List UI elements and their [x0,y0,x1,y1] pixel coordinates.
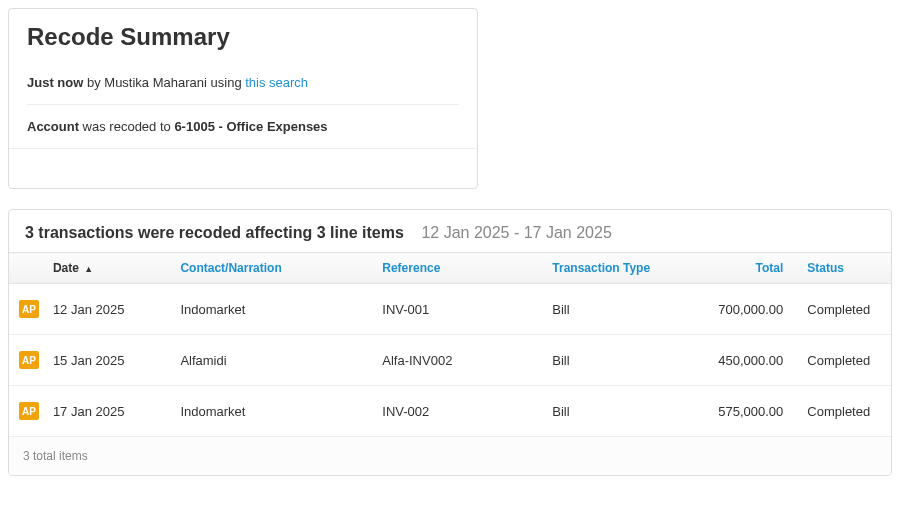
cell-total: 575,000.00 [700,386,796,437]
cell-reference: INV-002 [370,386,540,437]
table-row[interactable]: AP12 Jan 2025IndomarketINV-001Bill700,00… [9,284,891,335]
summary-recoded-mid: was recoded to [79,119,174,134]
table-row[interactable]: AP15 Jan 2025AlfamidiAlfa-INV002Bill450,… [9,335,891,386]
col-contact[interactable]: Contact/Narration [168,253,370,284]
summary-when: Just now [27,75,83,90]
cell-type: Bill [540,335,699,386]
summary-using: using [207,75,245,90]
col-type[interactable]: Transaction Type [540,253,699,284]
sort-asc-icon: ▲ [84,264,93,274]
cell-status: Completed [795,284,891,335]
transactions-panel: 3 transactions were recoded affecting 3 … [8,209,892,476]
transactions-count: 3 transactions were recoded affecting 3 … [25,224,404,241]
summary-search-link[interactable]: this search [245,75,308,90]
cell-date: 17 Jan 2025 [41,386,169,437]
col-date[interactable]: Date ▲ [41,253,169,284]
summary-recoded-to: 6-1005 - Office Expenses [174,119,327,134]
cell-reference: Alfa-INV002 [370,335,540,386]
table-footer: 3 total items [9,437,891,476]
summary-account-label: Account [27,119,79,134]
cell-contact: Indomarket [168,284,370,335]
cell-total: 700,000.00 [700,284,796,335]
ap-badge-icon: AP [19,300,39,318]
cell-date: 15 Jan 2025 [41,335,169,386]
col-total[interactable]: Total [700,253,796,284]
cell-total: 450,000.00 [700,335,796,386]
transactions-daterange: 12 Jan 2025 - 17 Jan 2025 [421,224,611,241]
recode-summary-panel: Recode Summary Just now by Mustika Mahar… [8,8,478,189]
cell-status: Completed [795,386,891,437]
cell-type: Bill [540,386,699,437]
table-row[interactable]: AP17 Jan 2025IndomarketINV-002Bill575,00… [9,386,891,437]
cell-contact: Indomarket [168,386,370,437]
transactions-table: Date ▲ Contact/Narration Reference Trans… [9,252,891,475]
summary-meta: Just now by Mustika Maharani using this … [27,61,459,105]
summary-by-prefix: by [83,75,104,90]
ap-badge-icon: AP [19,351,39,369]
col-reference[interactable]: Reference [370,253,540,284]
cell-date: 12 Jan 2025 [41,284,169,335]
page-title: Recode Summary [27,23,459,51]
ap-badge-icon: AP [19,402,39,420]
summary-user: Mustika Maharani [104,75,207,90]
col-date-label: Date [53,261,79,275]
col-icon [9,253,41,284]
cell-reference: INV-001 [370,284,540,335]
panel-spacer [9,148,477,188]
summary-account: Account was recoded to 6-1005 - Office E… [27,105,459,148]
cell-status: Completed [795,335,891,386]
cell-type: Bill [540,284,699,335]
cell-contact: Alfamidi [168,335,370,386]
col-status[interactable]: Status [795,253,891,284]
